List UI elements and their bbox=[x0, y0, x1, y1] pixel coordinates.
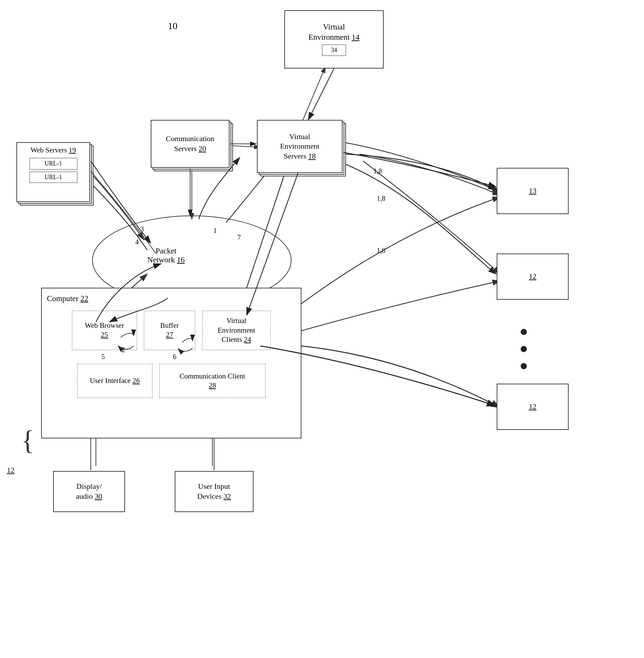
arrow-label-18b: 1,8 bbox=[377, 195, 385, 202]
web-browser-box: Web Browser25 bbox=[72, 311, 137, 350]
display-audio-label: Display/audio 30 bbox=[76, 482, 102, 501]
ve-inner-34: 34 bbox=[322, 45, 346, 56]
client-12a-box: 12 bbox=[497, 253, 569, 300]
user-interface-label: User Interface 26 bbox=[90, 376, 140, 385]
arrow-label-4: 4 bbox=[135, 238, 139, 246]
computer-box: Computer 22 Web Browser25 Buffer27 Virtu… bbox=[41, 288, 301, 438]
client-12b-label: 12 bbox=[529, 402, 536, 412]
ve-clients-label: VirtualEnvironmentClients 24 bbox=[218, 316, 255, 344]
web-browser-label: Web Browser25 bbox=[85, 321, 124, 340]
dot-3 bbox=[521, 363, 527, 369]
arrow-label-5: 5 bbox=[101, 353, 105, 361]
arrow-label-2: 2 bbox=[122, 346, 125, 354]
ve-servers-box: VirtualEnvironmentServers 18 bbox=[257, 120, 343, 173]
dot-2 bbox=[521, 346, 527, 352]
virtual-environment-label: VirtualEnvironment 14 bbox=[309, 22, 360, 42]
web-servers-url2: URL-1 bbox=[29, 172, 77, 183]
virtual-environment-box: VirtualEnvironment 14 34 bbox=[284, 10, 384, 69]
computer-bottom-row: User Interface 26 Communication Client28 bbox=[77, 364, 265, 398]
computer-label: Computer 22 bbox=[47, 294, 88, 304]
brace-label-12: 12 bbox=[7, 466, 14, 475]
user-input-label: User InputDevices 32 bbox=[197, 482, 231, 501]
comm-servers-label: CommunicationServers 20 bbox=[166, 134, 214, 153]
packet-network-label: PacketNetwork 16 bbox=[147, 247, 185, 264]
buffer-box: Buffer27 bbox=[144, 311, 195, 350]
arrow-label-3: 3 bbox=[140, 225, 144, 233]
user-input-box: User InputDevices 32 bbox=[175, 471, 253, 512]
web-servers-label: Web Servers 19 bbox=[30, 146, 76, 155]
ve-servers-label: VirtualEnvironmentServers 18 bbox=[280, 132, 320, 161]
comm-servers-box: CommunicationServers 20 bbox=[151, 120, 230, 168]
comm-client-box: Communication Client28 bbox=[159, 364, 265, 398]
svg-line-4 bbox=[301, 67, 325, 123]
brace-12: { bbox=[21, 425, 34, 456]
web-servers-url1: URL-1 bbox=[29, 158, 77, 169]
arrow-label-18c: 1,8 bbox=[377, 247, 385, 254]
computer-top-row: Web Browser25 Buffer27 VirtualEnvironmen… bbox=[72, 311, 271, 350]
user-interface-box: User Interface 26 bbox=[77, 364, 152, 398]
ve-clients-box: VirtualEnvironmentClients 24 bbox=[202, 311, 271, 350]
buffer-label: Buffer27 bbox=[160, 321, 179, 340]
arrow-label-7: 7 bbox=[237, 234, 241, 241]
dot-1 bbox=[521, 329, 527, 335]
comm-client-label: Communication Client28 bbox=[179, 372, 245, 390]
arrow-label-1: 1 bbox=[213, 227, 217, 235]
arrow-label-6: 6 bbox=[173, 353, 176, 361]
client-13-label: 13 bbox=[529, 186, 536, 196]
svg-line-12 bbox=[308, 69, 334, 120]
display-audio-box: Display/audio 30 bbox=[53, 471, 125, 512]
svg-line-5 bbox=[230, 146, 260, 147]
diagram: 10 VirtualEnvironment 14 34 VirtualEnvir… bbox=[0, 0, 644, 658]
client-13-box: 13 bbox=[497, 168, 569, 214]
arrow-label-18a: 1,8 bbox=[373, 167, 382, 175]
web-servers-box: Web Servers 19 URL-1 URL-1 bbox=[16, 142, 90, 202]
diagram-label-10: 10 bbox=[168, 21, 177, 32]
client-12a-label: 12 bbox=[529, 272, 536, 282]
client-12b-box: 12 bbox=[497, 384, 569, 430]
